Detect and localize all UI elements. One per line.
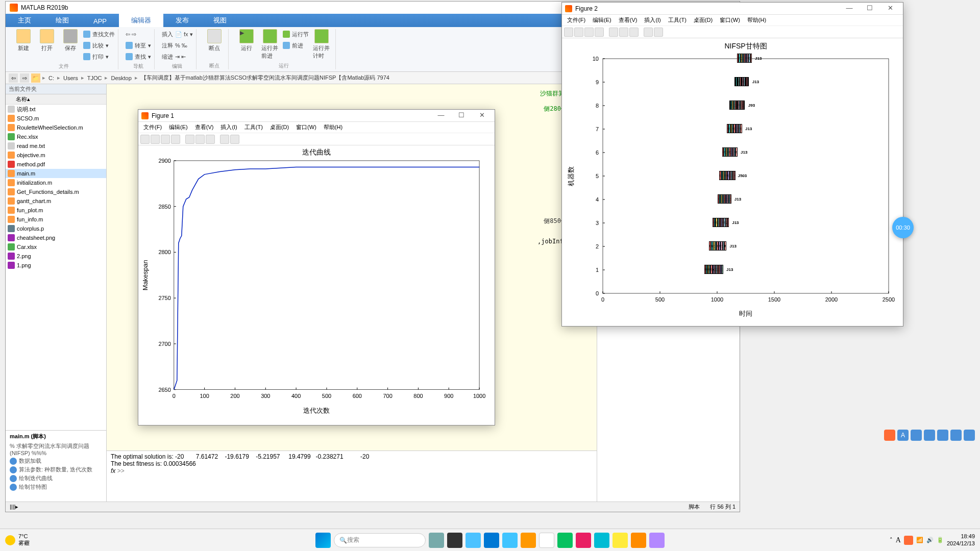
file-item[interactable]: Rec.xlsx [6,132,106,141]
comment-button[interactable]: 注释 % ‰ [162,40,193,51]
file-item[interactable]: 说明.txt [6,105,106,114]
tray-chevron-icon[interactable]: ˄ [890,537,893,543]
fig1-close-button[interactable]: ✕ [472,111,492,120]
save-button[interactable]: 保存 [60,29,81,52]
fig2-menu-window[interactable]: 窗口(W) [717,15,743,25]
tray-ime-icon[interactable]: A [896,536,901,544]
file-item[interactable]: objective.m [6,151,106,160]
file-item[interactable]: Car.xlsx [6,242,106,252]
edge-icon[interactable] [465,533,481,548]
fig2-menu-desktop[interactable]: 桌面(D) [691,15,716,25]
fig1-menu-tools[interactable]: 工具(T) [241,122,266,132]
fig1-menu-window[interactable]: 窗口(W) [293,122,320,132]
fig2-menu-help[interactable]: 帮助(H) [744,15,769,25]
print-fig-icon[interactable] [595,28,604,37]
open-fig-icon[interactable] [151,135,160,144]
tab-publish[interactable]: 发布 [163,14,201,27]
print-fig-icon[interactable] [171,135,180,144]
timer-badge[interactable]: 00:30 [892,217,914,238]
fig2-menu-tools[interactable]: 工具(T) [665,15,690,25]
start-button[interactable] [315,533,331,548]
tool-icon[interactable] [654,28,663,37]
nav-fwd-icon[interactable]: ⇨ [20,73,29,83]
task-icon[interactable] [649,533,665,548]
fig2-menu-edit[interactable]: 编辑(E) [590,15,615,25]
breakpoint-button[interactable]: 断点 [204,29,225,52]
tab-editor[interactable]: 编辑器 [119,14,163,27]
tool-icon[interactable] [230,135,239,144]
fig1-menu-edit[interactable]: 编辑(E) [166,122,191,132]
tool-icon[interactable] [609,28,618,37]
matlab-taskbar-icon[interactable] [631,533,646,548]
task-icon[interactable] [576,533,591,548]
ime-tool-icon[interactable] [911,430,922,441]
tab-view[interactable]: 视图 [201,14,239,27]
ime-mic-icon[interactable] [924,430,935,441]
ime-tool-icon[interactable] [950,430,962,441]
fig2-max-button[interactable]: ☐ [860,4,879,13]
fig2-min-button[interactable]: — [840,4,859,13]
volume-icon[interactable]: 🔊 [926,537,934,543]
ime-tool-icon[interactable] [964,430,975,441]
system-clock[interactable]: 18:49 2024/12/13 [947,533,975,546]
run-button[interactable]: ▶运行 [236,29,257,52]
file-item[interactable]: cheatsheet.png [6,233,106,242]
run-time-button[interactable]: 运行并 计时 [311,29,332,60]
tab-home[interactable]: 主页 [6,14,43,27]
taskbar-search[interactable]: 🔍 搜索 [334,533,426,547]
pointer-icon[interactable] [644,28,653,37]
tray-icon[interactable] [904,536,913,545]
file-item[interactable]: main.m [6,169,106,178]
fig2-close-button[interactable]: ✕ [880,4,900,13]
find-files-button[interactable]: 查找文件 [83,29,115,39]
wechat-icon[interactable] [557,533,573,548]
file-item[interactable]: read me.txt [6,141,106,151]
figure1-axes[interactable]: 迭代曲线265027002750280028502900010020030040… [138,145,495,421]
explorer-icon[interactable] [612,533,628,548]
print-button[interactable]: 打印 ▾ [83,52,115,62]
tool-icon[interactable] [206,135,215,144]
ime-icon[interactable] [884,430,895,441]
browser-icon[interactable] [484,533,499,548]
save-fig-icon[interactable] [584,28,594,37]
weather-widget[interactable]: 7°C 雾霾 [5,533,30,547]
file-item[interactable]: Get_Functions_details.m [6,187,106,196]
tool-icon[interactable] [195,135,205,144]
fig1-menu-desktop[interactable]: 桌面(D) [267,122,292,132]
task-icon[interactable] [447,533,462,548]
fig1-menu-view[interactable]: 查看(V) [192,122,217,132]
tab-plot[interactable]: 绘图 [43,14,81,27]
new-button[interactable]: 新建 [13,29,34,52]
file-item[interactable]: gantt_chart.m [6,196,106,206]
file-item[interactable]: fun_plot.m [6,206,106,215]
figure2-axes[interactable]: NIFSP甘特图01234567891005001000150020002500… [562,38,903,322]
ime-letter-icon[interactable]: A [897,430,909,441]
task-icon[interactable] [594,533,609,548]
file-item[interactable]: RouletteWheelSelection.m [6,123,106,132]
run-advance-button[interactable]: 运行并 前进 [259,29,281,60]
tool-icon[interactable] [619,28,628,37]
fig1-max-button[interactable]: ☐ [452,111,471,120]
file-item[interactable]: initialization.m [6,178,106,187]
folder-icon[interactable]: 📁 [31,73,40,83]
file-item[interactable]: fun_info.m [6,215,106,224]
advance-button[interactable]: 前进 [283,40,309,51]
task-icon[interactable] [429,533,444,548]
file-item[interactable]: 2.png [6,252,106,261]
fig1-menu-help[interactable]: 帮助(H) [321,122,346,132]
browser-icon[interactable] [502,533,518,548]
run-section-button[interactable]: 运行节 [283,29,309,39]
tool-icon[interactable] [185,135,194,144]
fig1-menu-insert[interactable]: 插入(I) [217,122,240,132]
save-fig-icon[interactable] [161,135,170,144]
tool-icon[interactable] [629,28,639,37]
goto-button[interactable]: 转至 ▾ [126,40,151,51]
fig1-min-button[interactable]: — [431,111,451,120]
battery-icon[interactable]: 🔋 [937,537,944,543]
compare-button[interactable]: 比较 ▾ [83,40,115,51]
fig2-menu-file[interactable]: 文件(F) [564,15,589,25]
chrome-icon[interactable] [539,533,554,548]
insert-button[interactable]: 插入 📄 fx ▾ [162,29,193,39]
fig2-menu-insert[interactable]: 插入(I) [641,15,664,25]
wifi-icon[interactable]: 📶 [916,537,923,543]
